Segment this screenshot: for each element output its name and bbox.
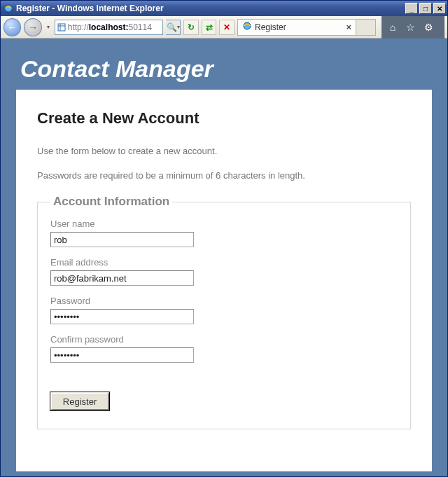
refresh-button[interactable]: ↻ (183, 20, 199, 35)
window-title: Register - Windows Internet Explorer (16, 4, 404, 13)
tab-strip: Register × (237, 18, 376, 36)
tools-icon[interactable]: ⚙ (424, 22, 435, 33)
password-input[interactable] (50, 309, 194, 324)
page-viewport: Contact Manager Create a New Account Use… (1, 39, 447, 476)
tab-close-button[interactable]: × (346, 22, 351, 32)
swap-icon: ⇄ (206, 22, 213, 32)
register-button[interactable]: Register (50, 392, 109, 410)
home-icon[interactable]: ⌂ (387, 22, 398, 33)
history-dropdown[interactable]: ▾ (45, 18, 52, 36)
tab-label: Register (255, 22, 343, 32)
forward-button[interactable]: → (24, 18, 41, 36)
instruction-text-1: Use the form below to create a new accou… (37, 146, 411, 156)
stop-icon: ✕ (223, 22, 230, 32)
ie-logo-icon (4, 4, 13, 13)
address-bar[interactable]: http://localhost:50114 (55, 20, 163, 35)
password-label: Password (50, 296, 398, 306)
svg-point-4 (244, 22, 251, 29)
tab-register[interactable]: Register × (237, 19, 356, 36)
globe-icon (57, 22, 66, 32)
url-text: http://localhost:50114 (68, 22, 161, 32)
minimize-button[interactable]: _ (405, 3, 418, 14)
ie-tab-icon (242, 21, 252, 33)
confirm-password-input[interactable] (50, 347, 194, 363)
username-label: User name (50, 219, 398, 229)
confirm-password-label: Confirm password (50, 334, 398, 345)
svg-rect-1 (58, 24, 65, 31)
favorites-icon[interactable]: ☆ (405, 22, 416, 33)
search-button[interactable]: 🔍▾ (166, 20, 181, 35)
arrow-right-icon: → (28, 22, 38, 33)
site-title: Contact Manager (20, 55, 432, 83)
stop-button[interactable]: ✕ (219, 20, 234, 35)
close-window-button[interactable]: ✕ (433, 3, 446, 14)
titlebar: Register - Windows Internet Explorer _ □… (1, 1, 447, 16)
email-label: Email address (50, 257, 398, 268)
instruction-text-2: Passwords are required to be a minimum o… (37, 170, 411, 181)
content-card: Create a New Account Use the form below … (16, 90, 432, 471)
page-heading: Create a New Account (37, 109, 411, 127)
toolbar: ← → ▾ http://localhost:50114 🔍▾ ↻ ⇄ ✕ (1, 16, 447, 39)
new-tab-button[interactable] (356, 19, 376, 36)
arrow-left-icon: ← (8, 22, 18, 33)
svg-point-0 (5, 5, 12, 12)
browser-window: Register - Windows Internet Explorer _ □… (0, 0, 448, 477)
maximize-button[interactable]: □ (419, 3, 432, 14)
username-input[interactable] (50, 232, 194, 247)
email-input[interactable] (50, 270, 194, 286)
back-button[interactable]: ← (4, 18, 21, 36)
compat-button[interactable]: ⇄ (202, 20, 217, 35)
search-icon: 🔍 (167, 22, 177, 32)
account-fieldset: Account Information User name Email addr… (37, 195, 411, 429)
refresh-icon: ↻ (188, 22, 195, 32)
fieldset-legend: Account Information (50, 195, 172, 209)
right-toolbar: ⌂ ☆ ⚙ (382, 16, 444, 39)
